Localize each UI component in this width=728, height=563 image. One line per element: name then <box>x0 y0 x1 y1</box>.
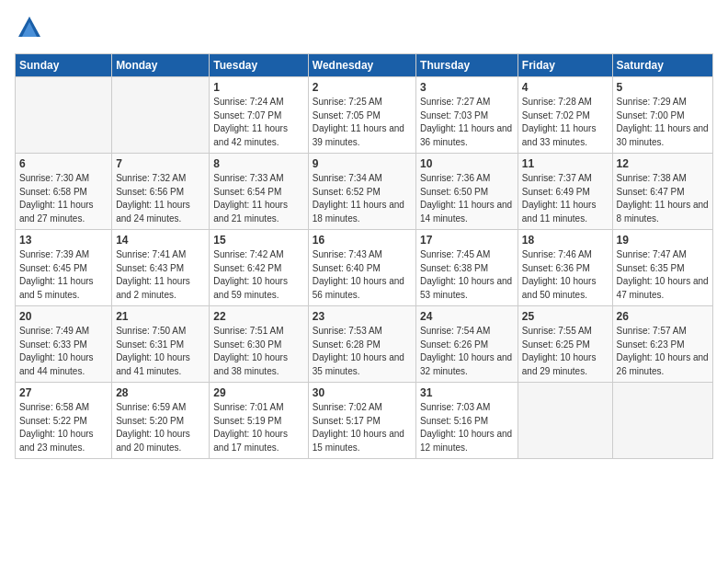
day-info: Sunrise: 7:49 AM Sunset: 6:33 PM Dayligh… <box>19 325 108 378</box>
calendar-cell: 23Sunrise: 7:53 AM Sunset: 6:28 PM Dayli… <box>308 306 415 383</box>
calendar-cell: 7Sunrise: 7:32 AM Sunset: 6:56 PM Daylig… <box>112 154 210 230</box>
day-info: Sunrise: 7:24 AM Sunset: 7:07 PM Dayligh… <box>213 96 303 149</box>
day-info: Sunrise: 7:50 AM Sunset: 6:31 PM Dayligh… <box>116 325 205 378</box>
day-info: Sunrise: 7:57 AM Sunset: 6:23 PM Dayligh… <box>617 325 709 378</box>
calendar-cell: 14Sunrise: 7:41 AM Sunset: 6:43 PM Dayli… <box>112 230 210 306</box>
day-info: Sunrise: 6:59 AM Sunset: 5:20 PM Dayligh… <box>116 401 205 454</box>
day-info: Sunrise: 7:45 AM Sunset: 6:38 PM Dayligh… <box>420 248 514 302</box>
calendar-week-row: 6Sunrise: 7:30 AM Sunset: 6:58 PM Daylig… <box>16 154 713 230</box>
day-number: 22 <box>213 310 303 323</box>
day-number: 1 <box>213 81 303 94</box>
calendar-cell: 11Sunrise: 7:37 AM Sunset: 6:49 PM Dayli… <box>518 154 612 230</box>
day-info: Sunrise: 7:34 AM Sunset: 6:52 PM Dayligh… <box>313 172 412 225</box>
day-number: 9 <box>313 157 412 170</box>
calendar-cell <box>518 383 612 459</box>
day-number: 15 <box>213 234 303 247</box>
day-number: 21 <box>116 310 205 323</box>
calendar-cell: 25Sunrise: 7:55 AM Sunset: 6:25 PM Dayli… <box>518 306 612 383</box>
calendar-cell: 13Sunrise: 7:39 AM Sunset: 6:45 PM Dayli… <box>16 230 112 306</box>
day-info: Sunrise: 7:02 AM Sunset: 5:17 PM Dayligh… <box>313 401 412 454</box>
calendar-cell: 16Sunrise: 7:43 AM Sunset: 6:40 PM Dayli… <box>308 230 415 306</box>
day-number: 30 <box>313 386 412 399</box>
calendar-week-row: 27Sunrise: 6:58 AM Sunset: 5:22 PM Dayli… <box>16 383 713 459</box>
day-number: 29 <box>213 386 303 399</box>
day-of-week-header: Wednesday <box>308 54 415 77</box>
calendar-cell: 9Sunrise: 7:34 AM Sunset: 6:52 PM Daylig… <box>308 154 415 230</box>
calendar-week-row: 13Sunrise: 7:39 AM Sunset: 6:45 PM Dayli… <box>16 230 713 306</box>
calendar-cell: 30Sunrise: 7:02 AM Sunset: 5:17 PM Dayli… <box>308 383 415 459</box>
day-info: Sunrise: 7:36 AM Sunset: 6:50 PM Dayligh… <box>420 172 514 225</box>
day-of-week-header: Thursday <box>416 54 518 77</box>
day-number: 8 <box>213 157 303 170</box>
day-info: Sunrise: 7:46 AM Sunset: 6:36 PM Dayligh… <box>522 248 609 302</box>
day-number: 10 <box>420 157 514 170</box>
day-of-week-header: Monday <box>112 54 210 77</box>
calendar-cell: 17Sunrise: 7:45 AM Sunset: 6:38 PM Dayli… <box>416 230 518 306</box>
day-number: 12 <box>617 157 709 170</box>
calendar-cell <box>112 77 210 154</box>
day-info: Sunrise: 7:27 AM Sunset: 7:03 PM Dayligh… <box>420 96 514 149</box>
calendar-cell: 10Sunrise: 7:36 AM Sunset: 6:50 PM Dayli… <box>416 154 518 230</box>
calendar-cell: 4Sunrise: 7:28 AM Sunset: 7:02 PM Daylig… <box>518 77 612 154</box>
calendar-cell: 6Sunrise: 7:30 AM Sunset: 6:58 PM Daylig… <box>16 154 112 230</box>
day-number: 17 <box>420 234 514 247</box>
calendar-cell: 28Sunrise: 6:59 AM Sunset: 5:20 PM Dayli… <box>112 383 210 459</box>
day-info: Sunrise: 7:51 AM Sunset: 6:30 PM Dayligh… <box>213 325 303 378</box>
day-info: Sunrise: 7:39 AM Sunset: 6:45 PM Dayligh… <box>19 248 108 302</box>
calendar-cell: 18Sunrise: 7:46 AM Sunset: 6:36 PM Dayli… <box>518 230 612 306</box>
calendar-cell: 3Sunrise: 7:27 AM Sunset: 7:03 PM Daylig… <box>416 77 518 154</box>
calendar-week-row: 1Sunrise: 7:24 AM Sunset: 7:07 PM Daylig… <box>16 77 713 154</box>
day-number: 27 <box>19 386 108 399</box>
day-number: 19 <box>617 234 709 247</box>
day-number: 3 <box>420 81 514 94</box>
day-of-week-header: Tuesday <box>210 54 308 77</box>
calendar-cell: 26Sunrise: 7:57 AM Sunset: 6:23 PM Dayli… <box>612 306 712 383</box>
calendar-cell <box>16 77 112 154</box>
day-info: Sunrise: 7:53 AM Sunset: 6:28 PM Dayligh… <box>313 325 412 378</box>
day-number: 16 <box>313 234 412 247</box>
day-info: Sunrise: 6:58 AM Sunset: 5:22 PM Dayligh… <box>19 401 108 454</box>
day-info: Sunrise: 7:32 AM Sunset: 6:56 PM Dayligh… <box>116 172 205 225</box>
calendar-cell: 5Sunrise: 7:29 AM Sunset: 7:00 PM Daylig… <box>612 77 712 154</box>
day-number: 5 <box>617 81 709 94</box>
day-of-week-header: Friday <box>518 54 612 77</box>
day-info: Sunrise: 7:41 AM Sunset: 6:43 PM Dayligh… <box>116 248 205 302</box>
calendar-cell: 22Sunrise: 7:51 AM Sunset: 6:30 PM Dayli… <box>210 306 308 383</box>
day-number: 23 <box>313 310 412 323</box>
day-number: 4 <box>522 81 609 94</box>
day-number: 26 <box>617 310 709 323</box>
day-info: Sunrise: 7:55 AM Sunset: 6:25 PM Dayligh… <box>522 325 609 378</box>
calendar-cell: 24Sunrise: 7:54 AM Sunset: 6:26 PM Dayli… <box>416 306 518 383</box>
day-number: 31 <box>420 386 514 399</box>
day-number: 18 <box>522 234 609 247</box>
calendar-cell: 8Sunrise: 7:33 AM Sunset: 6:54 PM Daylig… <box>210 154 308 230</box>
day-number: 7 <box>116 157 205 170</box>
calendar-cell: 20Sunrise: 7:49 AM Sunset: 6:33 PM Dayli… <box>16 306 112 383</box>
day-info: Sunrise: 7:30 AM Sunset: 6:58 PM Dayligh… <box>19 172 108 225</box>
day-info: Sunrise: 7:25 AM Sunset: 7:05 PM Dayligh… <box>313 96 412 149</box>
day-number: 20 <box>19 310 108 323</box>
day-info: Sunrise: 7:43 AM Sunset: 6:40 PM Dayligh… <box>313 248 412 302</box>
calendar-header-row: SundayMondayTuesdayWednesdayThursdayFrid… <box>16 54 713 77</box>
calendar-cell: 2Sunrise: 7:25 AM Sunset: 7:05 PM Daylig… <box>308 77 415 154</box>
page-header <box>15 15 713 44</box>
day-number: 24 <box>420 310 514 323</box>
calendar-cell: 1Sunrise: 7:24 AM Sunset: 7:07 PM Daylig… <box>210 77 308 154</box>
day-info: Sunrise: 7:33 AM Sunset: 6:54 PM Dayligh… <box>213 172 303 225</box>
day-number: 6 <box>19 157 108 170</box>
day-info: Sunrise: 7:47 AM Sunset: 6:35 PM Dayligh… <box>617 248 709 302</box>
day-number: 28 <box>116 386 205 399</box>
day-number: 11 <box>522 157 609 170</box>
calendar-cell: 21Sunrise: 7:50 AM Sunset: 6:31 PM Dayli… <box>112 306 210 383</box>
day-of-week-header: Sunday <box>16 54 112 77</box>
calendar-cell: 31Sunrise: 7:03 AM Sunset: 5:16 PM Dayli… <box>416 383 518 459</box>
day-info: Sunrise: 7:38 AM Sunset: 6:47 PM Dayligh… <box>617 172 709 225</box>
day-number: 13 <box>19 234 108 247</box>
day-info: Sunrise: 7:28 AM Sunset: 7:02 PM Dayligh… <box>522 96 609 149</box>
calendar-cell: 19Sunrise: 7:47 AM Sunset: 6:35 PM Dayli… <box>612 230 712 306</box>
calendar-cell: 29Sunrise: 7:01 AM Sunset: 5:19 PM Dayli… <box>210 383 308 459</box>
day-number: 14 <box>116 234 205 247</box>
day-number: 25 <box>522 310 609 323</box>
day-info: Sunrise: 7:54 AM Sunset: 6:26 PM Dayligh… <box>420 325 514 378</box>
calendar-table: SundayMondayTuesdayWednesdayThursdayFrid… <box>15 53 713 459</box>
